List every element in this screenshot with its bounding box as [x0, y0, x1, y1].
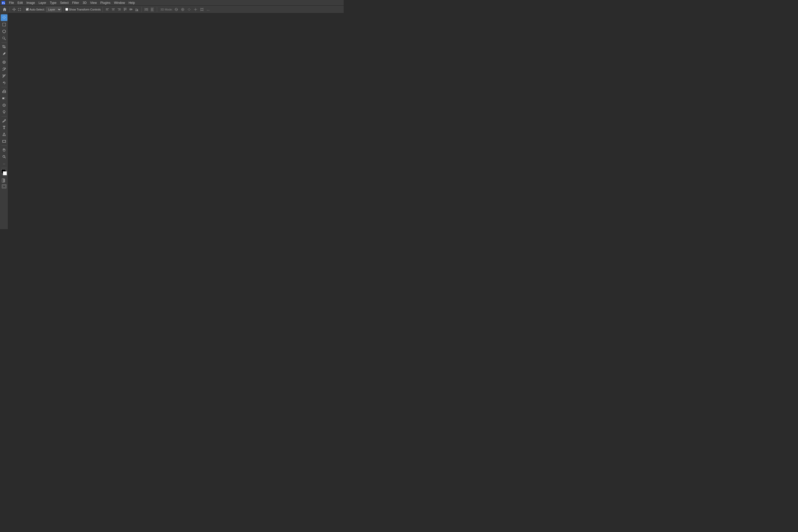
svg-point-44	[3, 155, 5, 157]
svg-rect-10	[118, 10, 121, 10]
auto-select-label[interactable]: Auto-Select:	[26, 8, 45, 11]
svg-text:Ps: Ps	[2, 2, 5, 4]
more-options-button[interactable]: ...	[206, 7, 211, 12]
svg-line-33	[4, 39, 6, 40]
lasso-tool[interactable]	[1, 28, 7, 35]
show-transform-label[interactable]: Show Transform Controls	[65, 8, 101, 11]
menu-window[interactable]: Window	[112, 1, 127, 5]
healing-brush-tool[interactable]	[1, 59, 7, 65]
toolbar: ···	[0, 13, 8, 229]
pen-tool[interactable]	[1, 117, 7, 124]
svg-rect-31	[3, 23, 6, 26]
svg-line-45	[5, 157, 6, 158]
svg-rect-16	[131, 8, 132, 10]
clone-stamp-tool[interactable]	[1, 73, 7, 79]
svg-rect-23	[151, 8, 154, 8]
crop-tool[interactable]	[1, 43, 7, 50]
type-tool[interactable]	[1, 124, 7, 131]
3d-rotate-button[interactable]	[174, 7, 179, 12]
svg-point-32	[3, 37, 5, 39]
menu-image[interactable]: Image	[24, 1, 37, 5]
svg-rect-3	[106, 9, 108, 10]
move-tool-button[interactable]	[12, 7, 17, 12]
move-tool[interactable]	[1, 14, 7, 21]
svg-rect-22	[146, 8, 147, 10]
3d-scale-button[interactable]	[199, 7, 205, 12]
menu-view[interactable]: View	[88, 1, 99, 5]
menu-edit[interactable]: Edit	[16, 1, 24, 5]
more-tools-button[interactable]: ···	[1, 160, 7, 167]
align-center-button[interactable]	[110, 7, 116, 12]
history-brush-tool[interactable]	[1, 80, 7, 86]
align-top-button[interactable]	[122, 7, 128, 12]
svg-rect-20	[145, 8, 145, 11]
3d-roll-button[interactable]	[180, 7, 185, 12]
svg-point-42	[5, 119, 5, 120]
3d-slide-button[interactable]	[193, 7, 198, 12]
menu-select[interactable]: Select	[58, 1, 70, 5]
divider-4	[103, 7, 103, 12]
layer-group-select[interactable]: Layer Group	[46, 7, 61, 12]
artboard-tool-button[interactable]	[17, 7, 22, 12]
menu-3d[interactable]: 3D	[81, 1, 88, 5]
menu-file[interactable]: File	[7, 1, 16, 5]
brush-tool[interactable]	[1, 66, 7, 73]
background-color[interactable]	[3, 171, 7, 175]
align-bottom-button[interactable]	[134, 7, 140, 12]
svg-rect-6	[112, 9, 114, 10]
svg-rect-14	[129, 9, 132, 10]
move-arrows	[12, 7, 22, 12]
align-middle-button[interactable]	[128, 7, 134, 12]
home-button[interactable]	[2, 6, 8, 13]
menu-filter[interactable]: Filter	[71, 1, 81, 5]
eyedropper-tool[interactable]	[1, 51, 7, 57]
screen-mode-button[interactable]	[1, 184, 7, 189]
distribute-vert-button[interactable]	[149, 7, 155, 12]
show-transform-checkbox[interactable]	[65, 8, 68, 11]
svg-point-40	[3, 111, 5, 113]
quick-mask-button[interactable]	[1, 178, 7, 183]
svg-rect-43	[3, 140, 6, 142]
3d-pan-button[interactable]	[186, 7, 192, 12]
hand-tool[interactable]	[1, 147, 7, 153]
svg-rect-2	[106, 8, 109, 9]
svg-point-39	[4, 105, 5, 106]
menu-layer[interactable]: Layer	[37, 1, 48, 5]
main-area: ···	[0, 13, 344, 229]
align-left-button[interactable]	[105, 7, 110, 12]
svg-rect-19	[137, 9, 138, 11]
align-right-button[interactable]	[116, 7, 122, 12]
svg-rect-36	[3, 91, 6, 93]
svg-rect-7	[112, 10, 114, 10]
menu-type[interactable]: Type	[48, 1, 58, 5]
canvas-area	[8, 13, 344, 229]
svg-rect-25	[151, 9, 153, 10]
svg-rect-4	[106, 10, 108, 10]
marquee-tool[interactable]	[1, 21, 7, 28]
svg-rect-8	[117, 8, 121, 9]
gradient-tool[interactable]	[1, 95, 7, 102]
svg-rect-49	[3, 185, 5, 187]
path-selection-tool[interactable]	[1, 131, 7, 138]
3d-mode-label: 3D Mode:	[160, 8, 173, 11]
menu-help[interactable]: Help	[127, 1, 137, 5]
svg-point-28	[182, 9, 183, 10]
blur-tool[interactable]	[1, 102, 7, 109]
zoom-tool[interactable]	[1, 153, 7, 160]
menu-plugins[interactable]: Plugins	[99, 1, 112, 5]
divider-3	[63, 7, 64, 12]
svg-rect-13	[126, 8, 126, 10]
dodge-tool[interactable]	[1, 109, 7, 115]
quick-select-tool[interactable]	[1, 35, 7, 42]
options-bar: Auto-Select: Layer Group Show Transform …	[0, 6, 344, 13]
svg-rect-48	[2, 185, 6, 188]
svg-rect-37	[3, 97, 6, 99]
eraser-tool[interactable]	[1, 88, 7, 95]
rectangle-tool[interactable]	[1, 138, 7, 145]
divider-6	[157, 7, 157, 12]
svg-rect-30	[201, 8, 203, 11]
distribute-horiz-button[interactable]	[144, 7, 149, 12]
auto-select-checkbox[interactable]	[26, 8, 29, 11]
menubar: Ps File Edit Image Layer Type Select Fil…	[0, 0, 344, 6]
align-group	[105, 7, 140, 12]
